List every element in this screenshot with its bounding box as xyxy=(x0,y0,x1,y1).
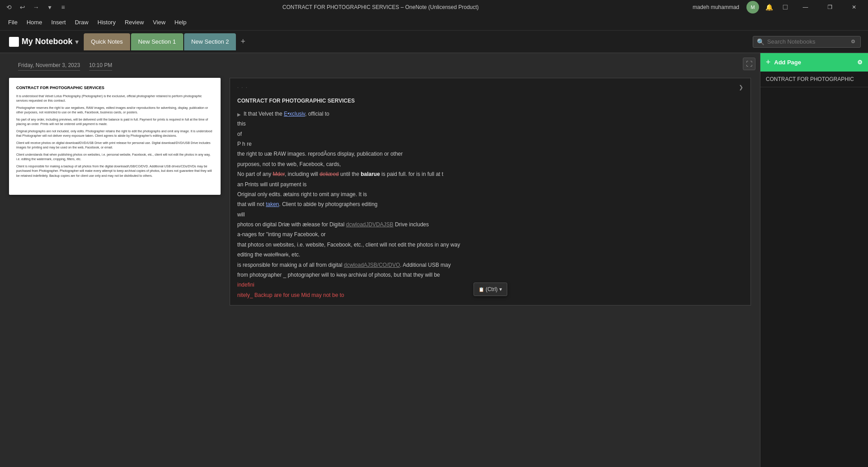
menu-home[interactable]: Home xyxy=(22,17,47,27)
tab-section1-label: New Section 1 xyxy=(138,38,176,45)
ctrl-dropdown-icon[interactable]: ▾ xyxy=(499,285,502,294)
notebook-title[interactable]: My Notebook ▾ xyxy=(4,34,84,49)
ctrl-popup[interactable]: 📋 (Ctrl) ▾ xyxy=(474,283,507,296)
user-name: madeh muhammad xyxy=(693,4,739,10)
search-icon: 🔍 xyxy=(757,38,764,45)
menu-help[interactable]: Help xyxy=(170,17,191,27)
titlebar-left: ⟲ ↩ → ▾ ≡ xyxy=(4,2,68,13)
add-page-button[interactable]: + Add Page ⚙ xyxy=(760,53,868,72)
editor-line-3: P h re xyxy=(237,139,743,148)
undo-button[interactable]: ↩ xyxy=(17,2,28,13)
editor-line-10: will xyxy=(237,210,743,219)
add-page-plus-icon: + xyxy=(766,58,771,67)
doc-para-0: It is understood that Velvet Lotus Photo… xyxy=(16,94,213,103)
editor-line-2: of xyxy=(237,130,743,139)
editor-line-8: Original only edits. ætains right to omi… xyxy=(237,190,743,199)
avatar: M xyxy=(746,1,759,13)
doc-para-4: Client will receive photos on digital do… xyxy=(16,141,213,150)
add-tab-button[interactable]: + xyxy=(237,37,249,46)
editor-line-13: that photos on websites, i.e. website, F… xyxy=(237,240,743,249)
menu-draw[interactable]: Draw xyxy=(70,17,93,27)
editor-line-6: No part of any Mder, including will deli… xyxy=(237,170,743,179)
minimize-button[interactable]: — xyxy=(795,0,816,14)
add-page-settings-icon[interactable]: ⚙ xyxy=(857,59,863,66)
page-panel: ⛶ Friday, November 3, 2023 10:10 PM CONT… xyxy=(0,53,760,467)
text-editor[interactable]: · · · ❯ CONTRACT FOR PHOTOGRAPHIC SERVIC… xyxy=(230,78,751,305)
tab-quick-notes-label: Quick Notes xyxy=(91,38,123,45)
editor-collapse-arrow[interactable]: ❯ xyxy=(739,83,743,92)
tab-section2-label: New Section 2 xyxy=(191,38,229,45)
doc-thumbnail: CONTRACT FOR PHOTOGRAPHIC SERVICES It is… xyxy=(9,78,221,195)
doc-para-3: Original photographs are not included, o… xyxy=(16,129,213,139)
restore-button[interactable]: ❐ xyxy=(819,0,840,14)
date-text: Friday, November 3, 2023 xyxy=(18,62,80,71)
back-button[interactable]: ⟲ xyxy=(4,2,14,13)
menu-view[interactable]: View xyxy=(149,17,170,27)
tab-section2[interactable]: New Section 2 xyxy=(184,33,236,50)
sidebar-page-item-0[interactable]: CONTRACT FOR PHOTOGRAPHIC xyxy=(760,72,868,87)
editor-line-4: the right to uæ RAW images. reprodÃons d… xyxy=(237,149,743,158)
tab-section1[interactable]: New Section 1 xyxy=(131,33,183,50)
titlebar: ⟲ ↩ → ▾ ≡ CONTRACT FOR PHOTOGRAPHIC SERV… xyxy=(0,0,868,14)
notebook-name: My Notebook xyxy=(22,37,72,46)
main-content: ⛶ Friday, November 3, 2023 10:10 PM CONT… xyxy=(0,53,868,467)
editor-line-16: from photographer _ photographer will to… xyxy=(237,270,743,279)
notebook-dropdown-icon[interactable]: ▾ xyxy=(75,38,78,45)
dropdown-button[interactable]: ▾ xyxy=(44,2,55,13)
doc-para-1: Photographer reserves the right to use n… xyxy=(16,106,213,115)
editor-doc-title: CONTRACT FOR PHOTOGRAPHIC SERVICES xyxy=(237,96,743,105)
menu-file[interactable]: File xyxy=(4,17,22,27)
search-input[interactable] xyxy=(767,38,848,45)
quick-access-button[interactable]: ≡ xyxy=(58,2,68,13)
editor-line-12: a-nages for "inting may Facebook, or xyxy=(237,230,743,239)
editor-line-0: ▶ It that Velvet the E•xclusiv, official… xyxy=(237,109,743,118)
menu-insert[interactable]: Insert xyxy=(47,17,71,27)
notifications-button[interactable]: 🔔 xyxy=(763,1,775,13)
menu-review[interactable]: Review xyxy=(120,17,149,27)
titlebar-right: madeh muhammad M 🔔 ☐ — ❐ ✕ xyxy=(693,0,864,14)
doc-para-5: Client understands that when publishing … xyxy=(16,153,213,162)
search-box: 🔍 ⚙ xyxy=(753,36,861,48)
time-text: 10:10 PM xyxy=(89,62,112,71)
editor-line-15: is responsible for making a of all from … xyxy=(237,260,743,269)
window-title: CONTRACT FOR PHOTOGRAPHIC SERVICES – One… xyxy=(68,4,693,10)
ctrl-label: (Ctrl) xyxy=(486,285,498,294)
tab-quick-notes[interactable]: Quick Notes xyxy=(84,33,130,50)
menu-history[interactable]: History xyxy=(93,17,120,27)
expand-button[interactable]: ⛶ xyxy=(743,58,755,70)
bullet-icon-0: ▶ xyxy=(237,111,241,118)
add-page-label: Add Page xyxy=(774,59,801,66)
editor-line-7: an Prints will until payment is xyxy=(237,180,743,189)
editor-line-11: photos on digital Driæ with ælease for D… xyxy=(237,220,743,229)
search-settings-icon[interactable]: ⚙ xyxy=(851,39,855,45)
doc-thumbnail-title: CONTRACT FOR PHOTOGRAPHIC SERVICES xyxy=(16,85,213,91)
clipboard-icon: 📋 xyxy=(479,286,484,293)
sidebar-page-label-0: CONTRACT FOR PHOTOGRAPHIC xyxy=(766,76,854,82)
doc-para-6: Client is responsible for making a backu… xyxy=(16,164,213,179)
notebook-header: My Notebook ▾ Quick Notes New Section 1 … xyxy=(0,31,868,53)
right-sidebar: + Add Page ⚙ CONTRACT FOR PHOTOGRAPHIC xyxy=(760,53,868,467)
document-container: CONTRACT FOR PHOTOGRAPHIC SERVICES It is… xyxy=(9,78,751,305)
restore-window-button[interactable]: ☐ xyxy=(779,1,791,13)
editor-line-9: that will not taken. Client to abide by … xyxy=(237,200,743,209)
date-line: Friday, November 3, 2023 10:10 PM xyxy=(18,62,751,71)
editor-line-1: this xyxy=(237,119,743,128)
doc-para-2: No part of any order, including previews… xyxy=(16,117,213,127)
editor-dots: · · · xyxy=(237,84,248,91)
menubar: File Home Insert Draw History Review Vie… xyxy=(0,14,868,31)
editor-line-14: editing the wateffnark, etc. xyxy=(237,250,743,259)
editor-topbar: · · · ❯ xyxy=(237,83,743,94)
close-button[interactable]: ✕ xyxy=(844,0,864,14)
redo-button[interactable]: → xyxy=(31,2,41,13)
editor-line-5: purposes, not to the web, Facebook, card… xyxy=(237,160,743,169)
notebook-icon xyxy=(9,37,19,47)
